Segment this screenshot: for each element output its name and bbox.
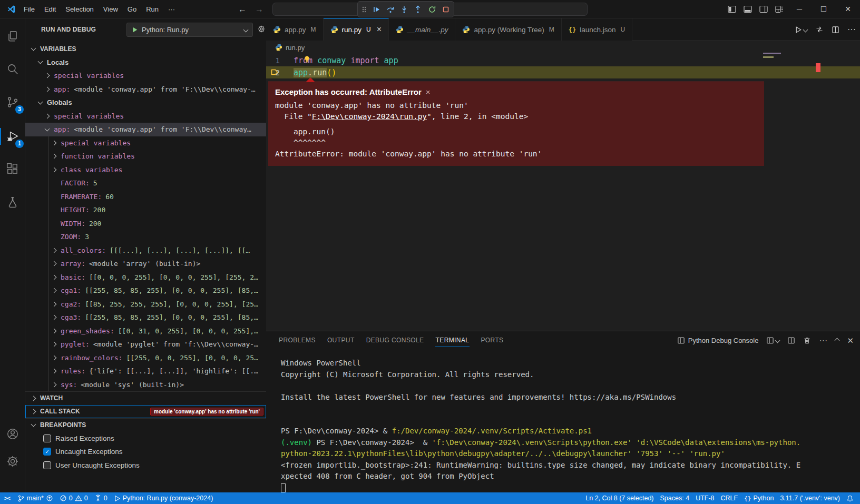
variable-row[interactable]: basic:[[0, 0, 0, 255], [0, 0, 0, 255], [… bbox=[25, 271, 266, 284]
breakpoint-checkbox-row[interactable]: Raised Exceptions bbox=[25, 432, 266, 446]
variable-row[interactable]: class variables bbox=[25, 163, 266, 177]
ports-status[interactable]: 0 bbox=[91, 492, 111, 504]
drag-grip-icon[interactable] bbox=[361, 5, 367, 14]
traceback-file-link[interactable]: F:\Dev\conway-2024\run.py bbox=[312, 112, 427, 121]
variable-row[interactable]: function variables bbox=[25, 150, 266, 163]
variable-row[interactable]: app:<module 'conway.app' from 'F:\\Dev\\… bbox=[25, 83, 266, 96]
forward-icon[interactable]: → bbox=[255, 5, 263, 14]
search-icon[interactable] bbox=[0, 56, 25, 82]
variable-row[interactable]: app:<module 'conway.app' from 'F:\\Dev\\… bbox=[25, 123, 266, 136]
restart-icon[interactable] bbox=[428, 5, 436, 14]
section-header[interactable]: WATCH bbox=[25, 391, 266, 405]
variable-row[interactable]: Locals bbox=[25, 56, 266, 70]
variable-row[interactable]: FACTOR:5 bbox=[25, 176, 266, 190]
editor-tab[interactable]: {}launch.jsonU bbox=[562, 18, 632, 41]
panel-tab-terminal[interactable]: TERMINAL bbox=[430, 331, 475, 350]
branch-status[interactable]: main* bbox=[14, 492, 56, 504]
step-out-icon[interactable] bbox=[414, 5, 422, 14]
checkbox-checked-icon[interactable]: ✓ bbox=[43, 448, 51, 456]
menu-edit[interactable]: Edit bbox=[40, 0, 61, 18]
variable-row[interactable]: special variables bbox=[25, 69, 266, 83]
toggle-primary-sidebar-icon[interactable] bbox=[724, 0, 740, 18]
debug-settings-gear-icon[interactable] bbox=[257, 25, 266, 33]
encoding[interactable]: UTF-8 bbox=[692, 492, 717, 504]
source-control-icon[interactable]: 3 bbox=[0, 90, 25, 115]
indentation[interactable]: Spaces: 4 bbox=[657, 492, 693, 504]
accounts-icon[interactable] bbox=[0, 421, 25, 447]
toggle-panel-icon[interactable] bbox=[740, 0, 756, 18]
menu-more-icon[interactable]: ··· bbox=[163, 0, 180, 18]
close-icon[interactable]: × bbox=[377, 25, 382, 34]
editor-tab[interactable]: app.pyM bbox=[266, 18, 324, 41]
chevron-up-icon[interactable] bbox=[835, 338, 840, 343]
menu-view[interactable]: View bbox=[99, 0, 123, 18]
editor-tab[interactable]: run.pyU× bbox=[324, 18, 389, 41]
problems-status[interactable]: 0 0 bbox=[56, 492, 91, 504]
step-into-icon[interactable] bbox=[400, 5, 408, 14]
split-editor-icon[interactable] bbox=[832, 26, 839, 34]
extensions-icon[interactable] bbox=[0, 156, 25, 182]
launch-profile-icon[interactable] bbox=[766, 337, 779, 344]
lightbulb-icon[interactable] bbox=[303, 55, 311, 63]
panel-tab-debug-console[interactable]: DEBUG CONSOLE bbox=[360, 331, 430, 350]
terminal-output[interactable]: Windows PowerShellCopyright (C) Microsof… bbox=[281, 358, 800, 493]
menu-file[interactable]: File bbox=[19, 0, 40, 18]
variable-row[interactable]: sys:<module 'sys' (built-in)> bbox=[25, 378, 266, 392]
checkbox-unchecked-icon[interactable] bbox=[43, 434, 51, 442]
kill-terminal-icon[interactable] bbox=[803, 337, 811, 344]
maximize-icon[interactable]: ☐ bbox=[812, 0, 836, 18]
language-mode[interactable]: {}Python bbox=[741, 492, 777, 504]
continue-icon[interactable] bbox=[372, 5, 380, 14]
chevron-down-icon[interactable] bbox=[775, 338, 780, 343]
start-debug-icon[interactable] bbox=[131, 26, 138, 33]
menu-run[interactable]: Run bbox=[141, 0, 163, 18]
editor-tab[interactable]: __main__.py bbox=[389, 18, 455, 41]
settings-gear-icon[interactable] bbox=[0, 449, 25, 474]
variable-row[interactable]: rainbow_colors:[[255, 0, 0, 255], [0, 0,… bbox=[25, 351, 266, 365]
step-over-icon[interactable] bbox=[386, 5, 395, 14]
customize-layout-icon[interactable] bbox=[771, 0, 787, 18]
run-python-file-icon[interactable] bbox=[794, 26, 807, 34]
close-panel-icon[interactable]: ✕ bbox=[847, 336, 854, 345]
cursor-position[interactable]: Ln 2, Col 8 (7 selected) bbox=[582, 492, 657, 504]
debug-session-status[interactable]: Python: Run.py (conway-2024) bbox=[111, 492, 217, 504]
stop-icon[interactable] bbox=[442, 5, 450, 14]
python-interpreter[interactable]: 3.11.7 ('.venv': venv) bbox=[777, 492, 843, 504]
close-icon[interactable]: × bbox=[426, 87, 431, 96]
variable-row[interactable]: special variables bbox=[25, 136, 266, 150]
split-terminal-icon[interactable] bbox=[787, 337, 795, 344]
panel-tab-problems[interactable]: PROBLEMS bbox=[273, 331, 321, 350]
open-changes-icon[interactable] bbox=[815, 25, 824, 34]
breakpoint-checkbox-row[interactable]: User Uncaught Exceptions bbox=[25, 459, 266, 472]
variable-row[interactable]: cga3:[[255, 85, 85, 255], [0, 0, 0, 255]… bbox=[25, 311, 266, 324]
variable-row[interactable]: special variables bbox=[25, 110, 266, 123]
panel-more-icon[interactable]: ··· bbox=[819, 336, 827, 345]
terminal-instance[interactable]: Python Debug Console bbox=[677, 337, 759, 344]
section-header[interactable]: BREAKPOINTS bbox=[25, 418, 266, 432]
chevron-down-icon[interactable] bbox=[803, 27, 808, 32]
back-icon[interactable]: ← bbox=[238, 5, 247, 14]
panel-tab-output[interactable]: OUTPUT bbox=[321, 331, 360, 350]
breakpoint-checkbox-row[interactable]: ✓Uncaught Exceptions bbox=[25, 445, 266, 459]
eol-sequence[interactable]: CRLF bbox=[718, 492, 741, 504]
variable-row[interactable]: pyglet:<module 'pyglet' from 'f:\\Dev\\c… bbox=[25, 338, 266, 351]
checkbox-unchecked-icon[interactable] bbox=[43, 461, 51, 469]
minimap[interactable] bbox=[763, 53, 781, 60]
variable-row[interactable]: green_shades:[[0, 31, 0, 255], [0, 0, 0,… bbox=[25, 324, 266, 338]
code-line[interactable]: 2app.run() bbox=[266, 66, 860, 78]
editor-tab[interactable]: app.py (Working Tree)M bbox=[455, 18, 561, 41]
toggle-secondary-sidebar-icon[interactable] bbox=[756, 0, 771, 18]
variable-row[interactable]: cga2:[[85, 255, 255, 255], [0, 0, 0, 255… bbox=[25, 298, 266, 311]
minimize-icon[interactable]: ─ bbox=[787, 0, 812, 18]
variable-row[interactable]: array:<module 'array' (built-in)> bbox=[25, 257, 266, 271]
panel-tab-ports[interactable]: PORTS bbox=[475, 331, 509, 350]
breadcrumb-file[interactable]: run.py bbox=[286, 44, 305, 52]
menu-go[interactable]: Go bbox=[123, 0, 141, 18]
remote-indicator[interactable]: >< bbox=[0, 492, 14, 504]
variable-row[interactable]: cga1:[[255, 85, 85, 255], [0, 0, 0, 255]… bbox=[25, 284, 266, 298]
variable-row[interactable]: Globals bbox=[25, 96, 266, 110]
variable-row[interactable]: HEIGHT:200 bbox=[25, 203, 266, 217]
variable-row[interactable]: ZOOM:3 bbox=[25, 230, 266, 244]
variable-row[interactable]: rules:{'life': [[...], [...]], 'highlife… bbox=[25, 364, 266, 378]
testing-icon[interactable] bbox=[0, 190, 25, 215]
